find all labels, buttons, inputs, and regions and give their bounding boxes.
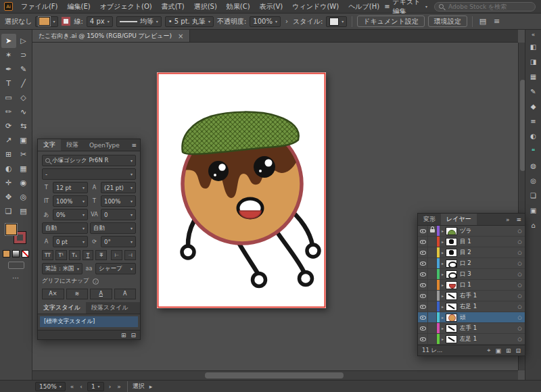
opacity-panel-arrow[interactable]: › [284,18,289,25]
width-profile-dropdown[interactable]: 均等 ▾ [116,16,162,27]
shear-tool[interactable]: ▣ [16,133,31,147]
expand-panels-icon[interactable]: « [532,30,536,39]
tab-opentype[interactable]: OpenType [84,139,125,151]
previous-artboard-button[interactable]: ‹ [78,383,84,390]
layer-row[interactable]: ▸ 目 2 ○ [418,247,525,258]
layer-name[interactable]: 右足 1 [457,303,515,311]
layer-name[interactable]: 頭 [457,314,515,322]
menu-window[interactable]: ウィンドウ(W) [287,1,344,13]
menu-select[interactable]: 選択(S) [189,1,222,13]
edit-toolbar-button[interactable]: … [0,272,32,280]
rotate-tool[interactable]: ⟳ [1,119,16,133]
snap-option-3[interactable]: A [90,289,112,299]
target-circle-icon[interactable]: ○ [515,293,525,299]
paintbrush-tool[interactable]: ∿ [16,105,31,119]
document-tab[interactable]: たこ右向き.ai @ 150% (RGB/GPU プレビュー) × [32,30,190,42]
brush-dropdown[interactable]: • 5 pt. 丸筆 ▾ [165,16,214,27]
lock-toggle[interactable] [428,334,437,344]
selection-tool[interactable]: ➤ [1,34,16,48]
panel-menu-icon[interactable]: ≡ [128,139,140,151]
expand-arrow-icon[interactable]: ▸ [440,337,446,341]
visibility-toggle[interactable] [418,226,428,236]
lock-toggle[interactable] [428,323,437,333]
info-icon[interactable]: i [93,278,99,285]
delete-style-icon[interactable]: ⊟ [131,332,136,339]
antialias-dropdown[interactable]: シャープ ▾ [95,263,136,274]
stock-search-box[interactable] [434,2,536,11]
clipping-mask-icon[interactable]: ▣ [495,347,501,354]
free-transform-tool[interactable]: ⊞ [1,147,16,162]
stroke-color-swatch[interactable] [62,17,70,26]
lock-toggle[interactable] [428,237,437,247]
layer-name[interactable]: 口 2 [457,260,515,268]
eyedropper-tool[interactable]: ✛ [1,176,16,190]
font-style-dropdown[interactable]: - ▾ [42,168,136,180]
lock-toggle[interactable] [428,226,437,236]
visibility-toggle[interactable] [418,323,428,333]
search-input[interactable] [447,3,531,11]
next-artboard-button[interactable]: › [108,383,113,390]
locate-object-icon[interactable]: ⌖ [487,347,490,354]
first-artboard-button[interactable]: « [69,383,76,390]
font-size-field[interactable]: 12 pt ▾ [53,182,88,193]
tsume-field[interactable]: 0% ▾ [53,209,88,220]
new-layer-icon[interactable]: ⊞ [506,347,511,354]
artboards-panel-icon[interactable]: ▣ [527,204,540,217]
fill-color-picker[interactable]: ▾ [35,16,58,27]
warichu-button[interactable]: ⊣ [124,250,136,260]
menu-edit[interactable]: 編集(E) [63,1,95,13]
layer-name[interactable]: 左足 1 [457,335,515,343]
tate-chu-yoko-button[interactable]: ⊢ [111,250,122,260]
target-circle-icon[interactable]: ○ [515,228,525,234]
menu-view[interactable]: 表示(V) [255,1,288,13]
gradient-tool[interactable]: ◐ [1,162,16,176]
visibility-toggle[interactable] [418,301,428,312]
panel-menu-icon[interactable]: ≡ [513,214,525,225]
color-button[interactable] [3,250,10,258]
layer-name[interactable]: 口 3 [457,270,515,278]
line-segment-tool[interactable]: ╱ [16,76,31,91]
stroke-panel-icon[interactable]: ≡ [527,115,540,128]
leading-field[interactable]: (21 pt) ▾ [101,182,136,193]
close-icon[interactable]: × [178,32,183,40]
rectangle-tool[interactable]: ▭ [1,91,16,105]
layer-row[interactable]: ▸ 右手 1 ○ [418,291,525,301]
new-style-icon[interactable]: ⊞ [121,332,126,339]
color-guide-panel-icon[interactable]: ◨ [527,55,540,68]
mesh-tool[interactable]: ▦ [16,162,31,176]
swatches-panel-icon[interactable]: ▦ [527,70,540,83]
type-tool[interactable]: T [1,76,16,91]
expand-arrow-icon[interactable]: ▸ [440,304,446,309]
expand-arrow-icon[interactable]: ▸ [440,293,446,298]
target-circle-icon[interactable]: ○ [515,337,525,342]
artboard-number-field[interactable]: 1 ▾ [87,382,104,391]
menu-file[interactable]: ファイル(F) [16,1,63,13]
expand-arrow-icon[interactable]: ▸ [440,283,446,287]
strikethrough-button[interactable]: T [95,250,107,260]
visibility-toggle[interactable] [418,247,428,258]
visibility-toggle[interactable] [418,258,428,268]
snap-option-1[interactable]: A× [42,289,64,299]
tab-paragraph-styles[interactable]: 段落スタイル [86,302,134,314]
direct-selection-tool[interactable]: ▷ [16,34,31,48]
target-circle-icon[interactable]: ○ [515,283,525,288]
slice-tool[interactable]: ▤ [16,204,31,218]
tab-character[interactable]: 文字 [38,139,61,151]
target-circle-icon[interactable]: ○ [515,261,525,266]
zoom-tool[interactable]: ◎ [16,190,31,204]
artboard-tool[interactable]: ❏ [1,204,16,218]
target-circle-icon[interactable]: ○ [515,272,525,277]
layer-name[interactable]: 右手 1 [457,292,515,300]
pencil-tool[interactable]: ✏ [1,105,16,119]
reflect-tool[interactable]: ⇆ [16,119,31,133]
layer-name[interactable]: 口 1 [457,281,515,289]
expand-arrow-icon[interactable]: ▸ [440,272,446,276]
visibility-toggle[interactable] [418,280,428,290]
lock-toggle[interactable] [428,312,437,322]
zoom-dropdown[interactable]: 150% ▾ [35,382,66,391]
pen-tool[interactable]: ✒ [1,62,16,76]
horizontal-scrollbar-thumb[interactable] [205,372,344,378]
menu-help[interactable]: ヘルプ(H) [344,1,384,13]
lock-toggle[interactable] [428,269,437,279]
tab-paragraph[interactable]: 段落 [61,139,84,151]
